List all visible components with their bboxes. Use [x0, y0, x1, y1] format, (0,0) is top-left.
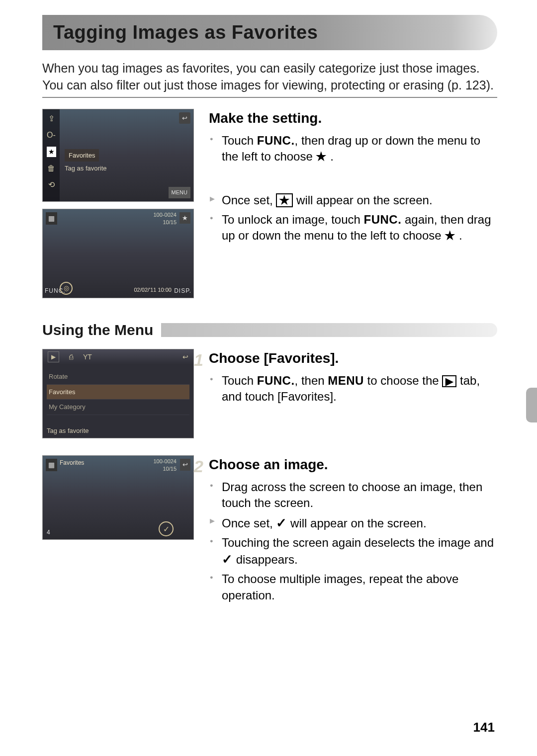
star-icon: ★ [47, 147, 56, 157]
section-step2: ▦ Favorites 100-0024 10/15 ↩ 4 ✓ 2 Choos… [42, 455, 497, 606]
return-icon: ↩ [182, 352, 188, 362]
disp-label: DISP. [174, 287, 191, 295]
touch-circle-icon: ◎ [60, 282, 73, 295]
star-box-icon: ★ [276, 193, 293, 207]
camera-screen-func-menu: ⇪ O‑ ★ 🗑 ⟲ Favorites Tag as favorite ↩ M… [42, 109, 194, 202]
menu-item-favorites: Favorites [65, 149, 99, 162]
image-info: 100-0024 10/15 [154, 211, 177, 226]
result-check-appears: Once set, ✓ will appear on the screen. [209, 514, 497, 532]
page-title-bar: Tagging Images as Favorites [42, 15, 497, 50]
result-star-appears: Once set, ★ will appear on the screen. [209, 192, 497, 208]
star-box-icon: ★ [179, 212, 190, 224]
play-tab-icon: ▶ [442, 375, 456, 387]
menu-caption: Tag as favorite [65, 164, 107, 173]
return-icon: ↩ [179, 112, 190, 124]
step-number-1: 1 [194, 349, 203, 372]
instruction-touch-func: Touch FUNC., then drag up or down the me… [209, 133, 497, 165]
menu-button-label: MENU [169, 187, 190, 198]
step-heading-choose-image: Choose an image. [209, 455, 497, 474]
step-heading-make-setting: Make the setting. [209, 109, 497, 128]
star-icon: ★ [445, 228, 455, 244]
subheading-row: Using the Menu [42, 320, 497, 340]
page-title: Tagging Images as Favorites [53, 20, 486, 45]
camera-screen-menu-list: ▶ ⎙ YT ↩ Rotate Favorites My Category Ta… [42, 349, 194, 438]
image-info: 100-0024 10/15 [154, 458, 177, 473]
instruction-multiple: To choose multiple images, repeat the ab… [209, 571, 497, 603]
date-time: 02/02/'11 10:00 [134, 286, 172, 294]
menu-item-mycategory: My Category [47, 400, 189, 415]
instruction-unlock: To unlock an image, touch FUNC. again, t… [209, 212, 497, 244]
star-icon: ★ [316, 149, 327, 165]
menu-item-favorites: Favorites [47, 385, 189, 400]
image-count: 4 [47, 528, 50, 536]
instruction-choose-favorites: Touch FUNC., then MENU to choose the ▶ t… [209, 373, 497, 405]
step-heading-choose-favorites: Choose [Favorites]. [209, 349, 497, 368]
rotate-icon: ⟲ [48, 179, 55, 190]
page-number: 141 [473, 719, 495, 736]
grid-icon: ▦ [46, 459, 57, 471]
section-step1: ▶ ⎙ YT ↩ Rotate Favorites My Category Ta… [42, 349, 497, 445]
yt-tab: YT [83, 352, 92, 362]
instruction-drag-choose: Drag across the screen to choose an imag… [209, 479, 497, 511]
check-icon: ✓ [276, 515, 287, 530]
upload-icon: ⇪ [48, 113, 55, 124]
menu-caption: Tag as favorite [47, 426, 89, 435]
step-number-2: 2 [194, 455, 203, 478]
camera-screen-playback: ▦ 100-0024 10/15 ★ FUNC. ◎ 02/02/'11 10:… [42, 209, 194, 298]
camera-screen-favorites-select: ▦ Favorites 100-0024 10/15 ↩ 4 ✓ [42, 455, 194, 540]
intro-paragraph: When you tag images as favorites, you ca… [42, 60, 497, 94]
return-icon: ↩ [180, 459, 190, 471]
print-tab-icon: ⎙ [69, 352, 73, 362]
subheading-stripe [161, 323, 497, 337]
side-tab [526, 388, 537, 422]
check-icon: ✓ [222, 552, 233, 567]
instruction-deselect: Touching the screen again deselects the … [209, 535, 497, 568]
play-tab-icon: ▶ [48, 351, 59, 362]
key-icon: O‑ [47, 130, 56, 141]
menu-item-rotate: Rotate [47, 369, 189, 385]
grid-icon: ▦ [46, 212, 57, 225]
subheading-using-menu: Using the Menu [42, 320, 161, 340]
section-make-setting: ⇪ O‑ ★ 🗑 ⟲ Favorites Tag as favorite ↩ M… [42, 109, 497, 305]
screen-title-favorites: Favorites [60, 459, 84, 467]
separator [42, 97, 497, 98]
trash-icon: 🗑 [47, 163, 55, 174]
